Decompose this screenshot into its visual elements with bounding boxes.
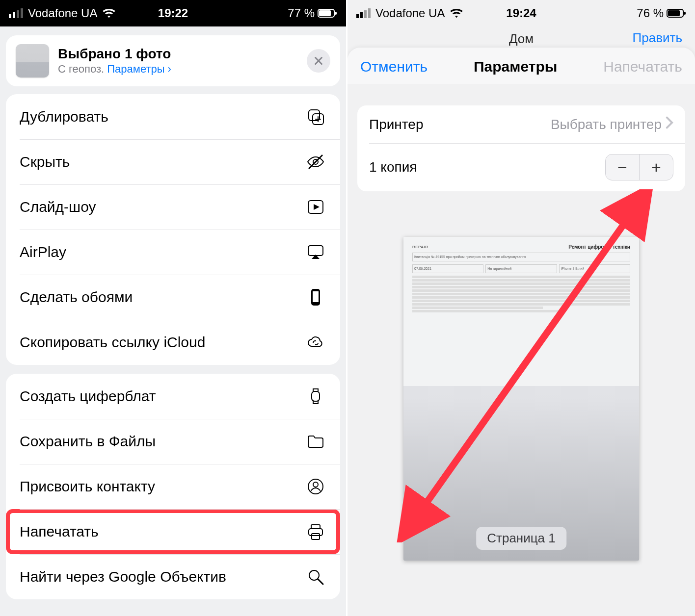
carrier-label: Vodafone UA [28,6,97,20]
print-preview[interactable]: REPAIR Ремонт цифрової техніки Квитанція… [348,191,695,616]
play-icon [305,196,326,218]
svg-rect-10 [312,391,320,401]
copies-increment[interactable]: + [640,154,673,180]
status-bar: Vodafone UA 19:24 76 % [348,0,695,26]
action-label: Дублировать [20,108,108,125]
action-print[interactable]: Напечатать [6,509,340,554]
watch-icon [305,385,326,407]
svg-rect-15 [312,534,320,539]
page-number-badge: Страница 1 [476,527,566,550]
cancel-button[interactable]: Отменить [360,58,428,75]
folder-icon [305,431,326,452]
left-screenshot: Vodafone UA 19:22 77 % Выбрано 1 фото [0,0,348,616]
action-label: Скопировать ссылку iCloud [20,334,205,351]
copies-stepper: − + [605,154,673,180]
svg-rect-19 [684,12,686,15]
action-assign-contact[interactable]: Присвоить контакту [6,464,340,509]
carrier-label: Vodafone UA [375,6,445,20]
svg-rect-1 [319,10,331,16]
action-hide[interactable]: Скрыть [6,139,340,184]
svg-rect-13 [311,525,320,529]
copies-label: 1 копия [369,159,417,175]
action-label: Слайд-шоу [20,199,96,215]
printer-row[interactable]: Принтер Выбрать принтер [357,105,685,143]
close-button[interactable] [307,49,330,73]
clock: 19:22 [158,6,188,20]
printer-value: Выбрать принтер [551,117,662,132]
document-content: REPAIR Ремонт цифрової техніки Квитанція… [403,237,639,386]
wifi-icon [102,8,116,19]
actions-group-2: Создать циферблат Сохранить в Файлы Прис… [6,374,340,599]
print-sheet: Отменить Параметры Напечатать Принтер Вы… [348,48,695,616]
action-save-files[interactable]: Сохранить в Файлы [6,419,340,464]
wifi-icon [450,8,463,19]
search-icon [305,566,326,588]
hide-icon [305,151,326,173]
printer-icon [305,521,326,542]
sheet-title: Параметры [474,58,557,75]
copies-row: 1 копия − + [357,143,685,191]
chevron-right-icon [666,116,673,132]
battery-percent: 76 % [637,6,664,20]
share-header: Выбрано 1 фото С геопоз. Параметры › [6,35,340,86]
signal-icon [9,8,23,18]
action-label: AirPlay [20,244,66,260]
duplicate-icon [305,106,326,128]
action-label: Скрыть [20,154,70,170]
selected-photo-thumb [16,44,49,77]
action-label: Найти через Google Объектив [20,568,226,585]
page-thumbnail[interactable]: REPAIR Ремонт цифрової техніки Квитанція… [403,237,639,561]
battery-percent: 77 % [288,6,315,20]
status-bar: Vodafone UA 19:22 77 % [0,0,346,26]
action-duplicate[interactable]: Дублировать [6,94,340,139]
print-settings: Принтер Выбрать принтер 1 копия − + [357,105,685,191]
battery-icon [667,8,686,18]
background-screen-title: Дом Править [348,26,695,48]
sheet-navbar: Отменить Параметры Напечатать [348,48,695,84]
signal-icon [356,8,371,18]
action-airplay[interactable]: AirPlay [6,230,340,275]
printer-label: Принтер [369,117,423,132]
clock: 19:24 [506,6,536,20]
svg-point-12 [313,482,318,487]
action-label: Сохранить в Файлы [20,433,156,450]
action-label: Создать циферблат [20,388,156,405]
action-label: Сделать обоями [20,289,133,306]
close-icon [313,55,324,66]
share-options-link[interactable]: Параметры › [107,63,171,75]
actions-group-1: Дублировать Скрыть Слайд-шоу AirPlay Сде… [6,94,340,365]
background-edit-link: Править [633,30,682,46]
cloud-link-icon [305,332,326,353]
copies-decrement[interactable]: − [606,154,639,180]
right-screenshot: Vodafone UA 19:24 76 % Дом Править Отме [348,0,695,616]
share-subtitle: С геопоз. Параметры › [58,63,298,76]
print-button[interactable]: Напечатать [603,58,682,75]
svg-rect-18 [668,10,680,16]
action-watchface[interactable]: Создать циферблат [6,374,340,419]
action-icloud-link[interactable]: Скопировать ссылку iCloud [6,320,340,365]
action-google-lens[interactable]: Найти через Google Объектив [6,554,340,599]
contact-icon [305,476,326,497]
airplay-icon [305,241,326,263]
action-label: Напечатать [20,523,99,540]
battery-icon [318,8,337,18]
svg-rect-7 [308,246,323,256]
svg-rect-2 [335,12,337,15]
share-title: Выбрано 1 фото [58,46,298,62]
svg-rect-9 [313,291,319,302]
phone-icon [305,286,326,308]
action-slideshow[interactable]: Слайд-шоу [6,184,340,230]
action-wallpaper[interactable]: Сделать обоями [6,275,340,320]
action-label: Присвоить контакту [20,478,155,495]
svg-rect-14 [309,529,322,536]
